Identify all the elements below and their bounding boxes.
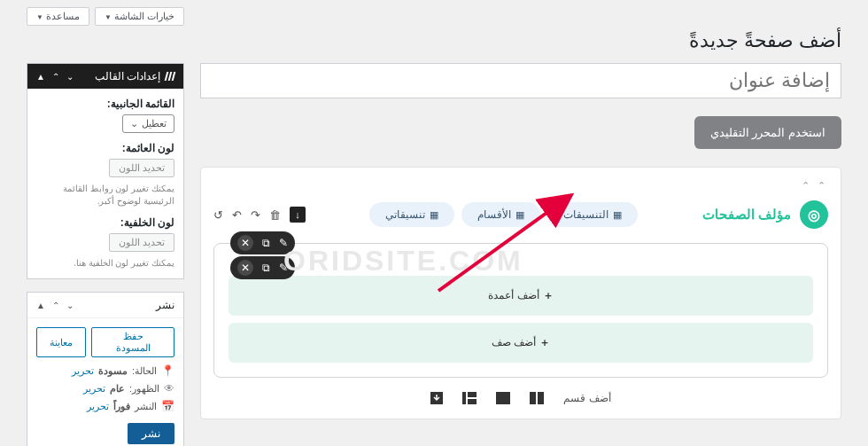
publish-date-value: فوراً bbox=[113, 401, 130, 412]
row-toolbar: ✎ ⧉ ✕ bbox=[230, 256, 295, 279]
tab-layouts[interactable]: ▦التنسيقات bbox=[547, 202, 638, 227]
bg-color-note: يمكنك تغيير لون الخلفية هنا. bbox=[36, 257, 174, 270]
chevron-up-icon[interactable]: ⌃ bbox=[52, 72, 59, 82]
status-label: الحالة: bbox=[132, 365, 157, 377]
plus-icon: ＋ bbox=[539, 336, 550, 348]
add-section-label: أضف قسم bbox=[563, 392, 610, 404]
help-button[interactable]: مساعدة▼ bbox=[27, 7, 89, 26]
sections-icon: ▦ bbox=[515, 209, 524, 221]
add-row-button[interactable]: ＋أضف صف bbox=[229, 323, 813, 363]
edit-date-link[interactable]: تحرير bbox=[87, 401, 109, 412]
layout-full-icon[interactable] bbox=[496, 392, 510, 404]
formats-icon: ▦ bbox=[430, 209, 438, 221]
chevron-down-icon: ▼ bbox=[36, 13, 43, 21]
bg-color-label: لون الخلفية: bbox=[36, 216, 174, 229]
layout-sidebar-icon[interactable] bbox=[462, 392, 477, 404]
edit-status-link[interactable]: تحرير bbox=[72, 365, 94, 377]
screen-options-button[interactable]: خيارات الشاشة▼ bbox=[95, 7, 184, 26]
publish-button[interactable]: نشر bbox=[128, 423, 174, 444]
visibility-value: عام bbox=[110, 383, 125, 395]
svg-rect-4 bbox=[468, 392, 477, 397]
page-builder-panel: ⌃ ⌃ ◎ مؤلف الصفحات ▦التنسيقات ▦الأقسام ▦… bbox=[200, 167, 841, 419]
chevron-down-icon[interactable]: ⌄ bbox=[66, 72, 74, 82]
edit-icon[interactable]: ✎ bbox=[279, 237, 288, 249]
classic-editor-button[interactable]: استخدم المحرر التقليدي bbox=[694, 116, 841, 149]
publish-date-label: النشر bbox=[135, 401, 157, 412]
section-container: section ✎ ⧉ ✕ ✎ ⧉ ✕ ＋أضف أعمدة ＋أضف صف bbox=[213, 243, 828, 378]
title-input[interactable] bbox=[200, 63, 841, 98]
tab-layouts-label: التنسيقات bbox=[563, 208, 608, 221]
preview-button[interactable]: معاينة bbox=[36, 327, 86, 357]
header-color-note: يمكنك تغيير لون روابط القائمة الرئيسية ل… bbox=[36, 183, 174, 207]
svg-rect-5 bbox=[468, 399, 477, 404]
duplicate-icon[interactable]: ⧉ bbox=[262, 237, 270, 249]
page-title: أضف صفحةً جديدةً bbox=[0, 26, 868, 63]
header-color-label: لون العائمة: bbox=[36, 142, 174, 154]
trash-icon[interactable]: 🗑 bbox=[269, 208, 281, 222]
status-value: مسودة bbox=[98, 365, 128, 377]
add-columns-label: أضف أعمدة bbox=[488, 289, 539, 301]
visibility-label: الظهور: bbox=[129, 383, 159, 395]
svg-rect-1 bbox=[538, 392, 544, 404]
pick-header-color-button[interactable]: تحديد اللون bbox=[109, 159, 174, 177]
layout-2col-icon[interactable] bbox=[530, 392, 544, 404]
add-row-label: أضف صف bbox=[492, 336, 536, 348]
collapse-handle[interactable]: ⌃ ⌃ bbox=[213, 180, 828, 192]
theme-settings-metabox: إعدادات القالب ⌄⌃▲ القائمة الجانبية: تعط… bbox=[27, 63, 184, 279]
screen-options-label: خيارات الشاشة bbox=[114, 11, 174, 21]
pick-bg-color-button[interactable]: تحديد اللون bbox=[109, 233, 174, 252]
toggle-icon[interactable]: ▲ bbox=[36, 72, 45, 82]
close-icon[interactable]: ✕ bbox=[237, 260, 253, 276]
publish-metabox: نشر ⌄⌃▲ حفظ المسودة معاينة 📍 الحالة: مسو… bbox=[27, 292, 184, 446]
sidebar-select[interactable]: تعطيل⌄ bbox=[122, 114, 174, 133]
theme-settings-title: إعدادات القالب bbox=[95, 70, 160, 82]
redo-icon[interactable]: ↷ bbox=[251, 208, 260, 222]
tab-sections[interactable]: ▦الأقسام bbox=[461, 202, 540, 227]
close-icon[interactable]: ✕ bbox=[237, 235, 253, 251]
chevron-down-icon: ▼ bbox=[105, 13, 112, 21]
chevron-down-icon[interactable]: ⌄ bbox=[66, 301, 74, 310]
pin-icon: 📍 bbox=[161, 364, 174, 377]
chevron-up-icon[interactable]: ⌃ bbox=[52, 301, 59, 310]
duplicate-icon[interactable]: ⧉ bbox=[262, 262, 270, 274]
svg-rect-2 bbox=[496, 392, 510, 404]
grid-icon: ▦ bbox=[613, 209, 622, 221]
sidebar-field-label: القائمة الجانبية: bbox=[36, 98, 174, 110]
layout-import-icon[interactable] bbox=[430, 392, 443, 404]
tab-my-formats[interactable]: ▦تنسيقاتي bbox=[369, 202, 454, 227]
undo-icon[interactable]: ↶ bbox=[232, 208, 242, 222]
help-label: مساعدة bbox=[46, 11, 80, 21]
edit-icon[interactable]: ✎ bbox=[279, 262, 288, 274]
history-icon[interactable]: ↺ bbox=[213, 208, 223, 222]
eye-icon: 👁 bbox=[164, 382, 174, 395]
brand-logo-icon: ◎ bbox=[800, 200, 828, 229]
theme-icon bbox=[166, 72, 174, 81]
svg-rect-3 bbox=[462, 392, 466, 404]
builder-title: مؤلف الصفحات bbox=[702, 207, 791, 223]
publish-title: نشر bbox=[156, 299, 174, 311]
edit-visibility-link[interactable]: تحرير bbox=[83, 383, 105, 395]
save-icon[interactable]: ↓ bbox=[290, 207, 306, 223]
tab-my-formats-label: تنسيقاتي bbox=[385, 208, 425, 221]
plus-icon: ＋ bbox=[543, 289, 554, 301]
sidebar-select-value: تعطيل bbox=[142, 118, 167, 129]
toggle-icon[interactable]: ▲ bbox=[36, 301, 45, 310]
calendar-icon: 📅 bbox=[161, 400, 174, 412]
section-toolbar: ✎ ⧉ ✕ bbox=[230, 231, 295, 254]
tab-sections-label: الأقسام bbox=[477, 208, 511, 221]
add-columns-button[interactable]: ＋أضف أعمدة bbox=[229, 276, 813, 316]
save-draft-button[interactable]: حفظ المسودة bbox=[91, 327, 174, 357]
chevron-down-icon: ⌄ bbox=[130, 118, 138, 129]
svg-rect-0 bbox=[530, 392, 536, 404]
